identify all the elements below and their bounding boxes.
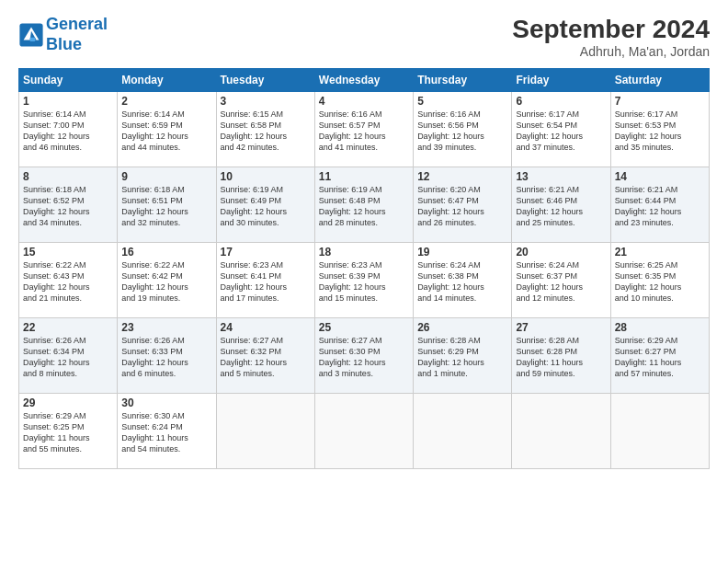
list-item: 15 Sunrise: 6:22 AMSunset: 6:43 PMDaylig… — [19, 243, 118, 318]
list-item — [512, 394, 610, 469]
list-item: 22 Sunrise: 6:26 AMSunset: 6:34 PMDaylig… — [19, 318, 118, 394]
list-item: 11 Sunrise: 6:19 AMSunset: 6:48 PMDaylig… — [314, 167, 413, 243]
list-item: 24 Sunrise: 6:27 AMSunset: 6:32 PMDaylig… — [216, 318, 314, 394]
logo-icon — [18, 22, 44, 48]
list-item: 27 Sunrise: 6:28 AMSunset: 6:28 PMDaylig… — [512, 318, 610, 394]
list-item — [314, 394, 413, 469]
list-item: 14 Sunrise: 6:21 AMSunset: 6:44 PMDaylig… — [610, 167, 709, 243]
logo-line1: General — [46, 15, 108, 33]
list-item: 21 Sunrise: 6:25 AMSunset: 6:35 PMDaylig… — [610, 243, 709, 318]
list-item: 2 Sunrise: 6:14 AMSunset: 6:59 PMDayligh… — [118, 92, 216, 167]
list-item: 17 Sunrise: 6:23 AMSunset: 6:41 PMDaylig… — [216, 243, 314, 318]
location-title: Adhruh, Ma'an, Jordan — [512, 44, 710, 59]
list-item — [414, 394, 512, 469]
col-saturday: Saturday — [610, 69, 709, 92]
logo: General Blue — [18, 15, 108, 54]
list-item: 28 Sunrise: 6:29 AMSunset: 6:27 PMDaylig… — [610, 318, 709, 394]
list-item — [610, 394, 709, 469]
list-item: 23 Sunrise: 6:26 AMSunset: 6:33 PMDaylig… — [118, 318, 216, 394]
list-item: 26 Sunrise: 6:28 AMSunset: 6:29 PMDaylig… — [414, 318, 512, 394]
list-item: 12 Sunrise: 6:20 AMSunset: 6:47 PMDaylig… — [414, 167, 512, 243]
table-row: 22 Sunrise: 6:26 AMSunset: 6:34 PMDaylig… — [19, 318, 710, 394]
list-item: 3 Sunrise: 6:15 AMSunset: 6:58 PMDayligh… — [216, 92, 314, 167]
table-row: 29 Sunrise: 6:29 AMSunset: 6:25 PMDaylig… — [19, 394, 710, 469]
list-item: 6 Sunrise: 6:17 AMSunset: 6:54 PMDayligh… — [512, 92, 610, 167]
list-item: 5 Sunrise: 6:16 AMSunset: 6:56 PMDayligh… — [414, 92, 512, 167]
calendar-header-row: Sunday Monday Tuesday Wednesday Thursday… — [19, 69, 710, 92]
list-item: 4 Sunrise: 6:16 AMSunset: 6:57 PMDayligh… — [314, 92, 413, 167]
list-item: 29 Sunrise: 6:29 AMSunset: 6:25 PMDaylig… — [19, 394, 118, 469]
list-item: 25 Sunrise: 6:27 AMSunset: 6:30 PMDaylig… — [314, 318, 413, 394]
list-item: 1 Sunrise: 6:14 AMSunset: 7:00 PMDayligh… — [19, 92, 118, 167]
list-item: 20 Sunrise: 6:24 AMSunset: 6:37 PMDaylig… — [512, 243, 610, 318]
list-item: 9 Sunrise: 6:18 AMSunset: 6:51 PMDayligh… — [118, 167, 216, 243]
title-block: September 2024 Adhruh, Ma'an, Jordan — [512, 15, 710, 59]
logo-line2: Blue — [46, 35, 82, 53]
col-wednesday: Wednesday — [314, 69, 413, 92]
table-row: 8 Sunrise: 6:18 AMSunset: 6:52 PMDayligh… — [19, 167, 710, 243]
col-thursday: Thursday — [414, 69, 512, 92]
list-item: 16 Sunrise: 6:22 AMSunset: 6:42 PMDaylig… — [118, 243, 216, 318]
col-tuesday: Tuesday — [216, 69, 314, 92]
svg-rect-3 — [30, 37, 36, 40]
list-item: 30 Sunrise: 6:30 AMSunset: 6:24 PMDaylig… — [118, 394, 216, 469]
list-item: 13 Sunrise: 6:21 AMSunset: 6:46 PMDaylig… — [512, 167, 610, 243]
list-item — [216, 394, 314, 469]
page: General Blue September 2024 Adhruh, Ma'a… — [0, 0, 728, 563]
logo-text: General Blue — [46, 15, 108, 54]
table-row: 15 Sunrise: 6:22 AMSunset: 6:43 PMDaylig… — [19, 243, 710, 318]
month-title: September 2024 — [512, 15, 710, 44]
col-sunday: Sunday — [19, 69, 118, 92]
col-friday: Friday — [512, 69, 610, 92]
list-item: 10 Sunrise: 6:19 AMSunset: 6:49 PMDaylig… — [216, 167, 314, 243]
list-item: 18 Sunrise: 6:23 AMSunset: 6:39 PMDaylig… — [314, 243, 413, 318]
list-item: 8 Sunrise: 6:18 AMSunset: 6:52 PMDayligh… — [19, 167, 118, 243]
calendar: Sunday Monday Tuesday Wednesday Thursday… — [18, 68, 710, 469]
header: General Blue September 2024 Adhruh, Ma'a… — [18, 15, 710, 59]
table-row: 1 Sunrise: 6:14 AMSunset: 7:00 PMDayligh… — [19, 92, 710, 167]
list-item: 7 Sunrise: 6:17 AMSunset: 6:53 PMDayligh… — [610, 92, 709, 167]
list-item: 19 Sunrise: 6:24 AMSunset: 6:38 PMDaylig… — [414, 243, 512, 318]
col-monday: Monday — [118, 69, 216, 92]
